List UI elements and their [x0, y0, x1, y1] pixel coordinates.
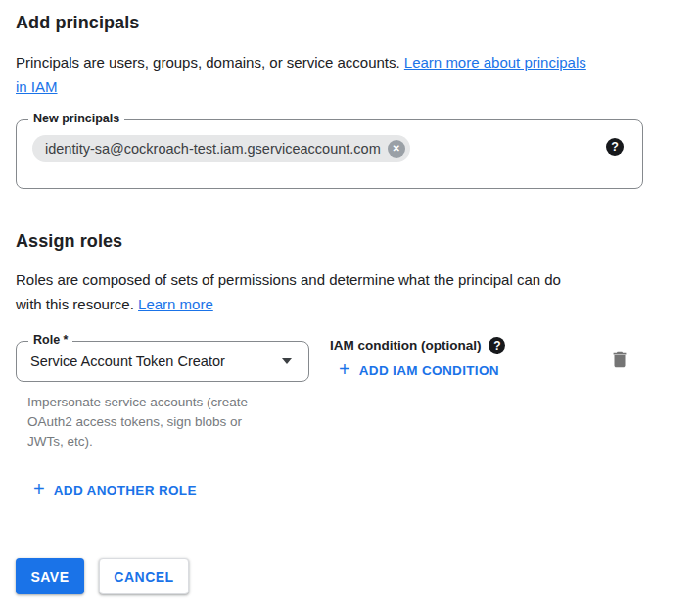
- new-principals-label: New principals: [28, 112, 124, 125]
- add-another-role-button[interactable]: + ADD ANOTHER ROLE: [33, 481, 197, 498]
- chip-remove-icon[interactable]: ✕: [388, 140, 405, 158]
- add-iam-condition-button[interactable]: + ADD IAM CONDITION: [339, 361, 499, 379]
- principal-chip-text: identity-sa@cockroach-test.iam.gservicea…: [45, 141, 381, 157]
- action-buttons: SAVE CANCEL: [16, 558, 189, 594]
- roles-desc-line1: Roles are composed of sets of permission…: [16, 271, 561, 288]
- add-iam-condition-label: ADD IAM CONDITION: [359, 363, 499, 378]
- save-button[interactable]: SAVE: [16, 558, 84, 594]
- add-principals-panel: Add principals Principals are users, gro…: [0, 0, 698, 616]
- plus-icon: +: [339, 359, 350, 379]
- help-icon[interactable]: ?: [606, 138, 624, 156]
- delete-role-button[interactable]: [606, 346, 633, 373]
- page-title: Add principals: [16, 13, 139, 33]
- add-another-role-label: ADD ANOTHER ROLE: [54, 483, 197, 498]
- help-icon[interactable]: ?: [489, 337, 505, 354]
- trash-icon: [609, 349, 630, 370]
- intro-text: Principals are users, groups, domains, o…: [16, 50, 662, 99]
- chevron-down-icon: [282, 358, 292, 364]
- role-helper-line1: Impersonate service accounts (create: [27, 393, 321, 412]
- iam-condition-label: IAM condition (optional): [330, 338, 481, 353]
- principal-chip: identity-sa@cockroach-test.iam.gservicea…: [32, 135, 410, 162]
- new-principals-input[interactable]: New principals identity-sa@cockroach-tes…: [16, 119, 643, 189]
- role-helper-text: Impersonate service accounts (create OAu…: [27, 393, 321, 451]
- learn-more-roles-link[interactable]: Learn more: [138, 296, 213, 312]
- role-selected-value: Service Account Token Creator: [30, 342, 225, 381]
- role-helper-line3: JWTs, etc).: [27, 432, 321, 451]
- assign-roles-title: Assign roles: [16, 231, 122, 252]
- cancel-button[interactable]: CANCEL: [99, 558, 189, 594]
- learn-more-principals-link-line2[interactable]: in IAM: [16, 78, 58, 95]
- learn-more-principals-link[interactable]: Learn more about principals: [404, 54, 586, 71]
- iam-condition-section: IAM condition (optional) ?: [330, 337, 505, 354]
- plus-icon: +: [33, 479, 45, 498]
- role-helper-line2: OAuth2 access tokens, sign blobs or: [27, 412, 321, 432]
- assign-roles-description: Roles are composed of sets of permission…: [16, 267, 662, 316]
- role-select[interactable]: Role * Service Account Token Creator: [16, 341, 309, 382]
- intro-line1: Principals are users, groups, domains, o…: [16, 54, 404, 71]
- roles-desc-line2: with this resource.: [16, 296, 138, 312]
